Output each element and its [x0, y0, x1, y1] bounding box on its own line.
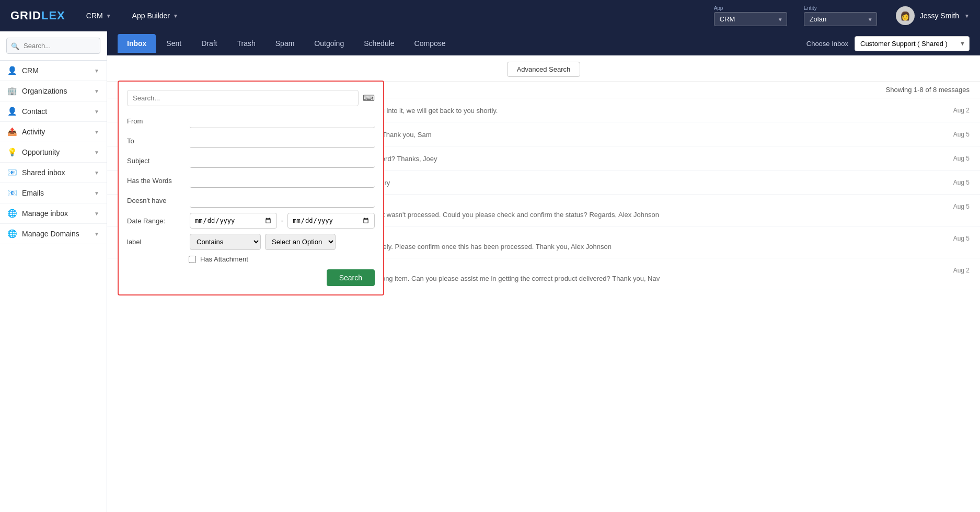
logo-text2: LEX — [41, 9, 65, 22]
crm-nav-chevron: ▼ — [106, 13, 111, 19]
search-panel-toggle[interactable]: ⌨ — [363, 93, 375, 103]
has-words-row: Has the Words — [127, 173, 375, 188]
date-separator: - — [281, 217, 284, 225]
user-name: Jessy Smith — [920, 12, 959, 20]
from-row: From — [127, 113, 375, 128]
to-input[interactable] — [190, 133, 375, 148]
app-select[interactable]: CRM — [714, 12, 787, 26]
search-panel-input[interactable] — [127, 90, 359, 106]
search-panel-top: ⌨ — [127, 90, 375, 106]
sidebar-label-manage-inbox: Manage inbox — [22, 209, 68, 218]
app-builder-label: App Builder — [132, 12, 170, 20]
sidebar-item-emails[interactable]: 📧 Emails ▼ — [0, 183, 107, 203]
tab-outgoing[interactable]: Outgoing — [305, 34, 353, 53]
sidebar-label-activity: Activity — [22, 128, 45, 136]
sidebar-label-opportunity: Opportunity — [22, 148, 60, 156]
sidebar-icon-contact: 👤 — [7, 107, 17, 116]
tab-sent[interactable]: Sent — [157, 34, 191, 53]
inbox-content: Advanced Search ⌨ From To Subject — [107, 55, 980, 512]
tabs-container: InboxSentDraftTrashSpamOutgoingScheduleC… — [118, 34, 455, 53]
label-row: label Contains Does not contain Select a… — [127, 234, 375, 250]
search-actions: Search — [127, 269, 375, 286]
sidebar-item-crm[interactable]: 👤 CRM ▼ — [0, 61, 107, 81]
logo-text1: GRID — [10, 9, 41, 22]
sidebar-chevron-shared-inbox: ▼ — [94, 170, 99, 176]
tab-bar: InboxSentDraftTrashSpamOutgoingScheduleC… — [107, 31, 980, 55]
sidebar-item-manage-domains[interactable]: 🌐 Manage Domains ▼ — [0, 224, 107, 244]
date-to-input[interactable] — [287, 213, 375, 229]
user-area[interactable]: 👩 Jessy Smith ▼ — [896, 6, 970, 25]
tab-spam[interactable]: Spam — [266, 34, 304, 53]
option-select[interactable]: Select an Option — [265, 234, 336, 250]
has-words-input[interactable] — [190, 173, 375, 188]
sidebar-item-opportunity[interactable]: 💡 Opportunity ▼ — [0, 142, 107, 163]
doesnt-have-row: Doesn't have — [127, 193, 375, 208]
sidebar-search-area: 🔍 — [0, 31, 107, 61]
doesnt-have-label: Doesn't have — [127, 197, 185, 204]
sidebar-item-shared-inbox[interactable]: 📧 Shared inbox ▼ — [0, 163, 107, 183]
sidebar-item-manage-inbox[interactable]: 🌐 Manage inbox ▼ — [0, 203, 107, 224]
sidebar-label-organizations: Organizations — [22, 87, 67, 95]
sidebar-search-icon: 🔍 — [11, 42, 19, 50]
app-select-label: App — [714, 5, 787, 11]
contains-select[interactable]: Contains Does not contain — [190, 234, 261, 250]
sidebar-item-organizations[interactable]: 🏢 Organizations ▼ — [0, 81, 107, 101]
date-from-input[interactable] — [190, 213, 277, 229]
sidebar-chevron-emails: ▼ — [94, 190, 99, 196]
message-date-2: Aug 5 — [953, 154, 970, 163]
has-attachment-checkbox[interactable] — [189, 256, 196, 263]
has-words-label: Has the Words — [127, 177, 185, 185]
to-label: To — [127, 137, 185, 145]
advanced-search-button[interactable]: Advanced Search — [507, 62, 581, 77]
message-date-1: Aug 5 — [953, 130, 970, 139]
subject-input[interactable] — [190, 153, 375, 168]
date-range-label: Date Range: — [127, 217, 185, 225]
message-date-4: Aug 5 — [953, 202, 970, 219]
sidebar-label-contact: Contact — [22, 107, 47, 116]
sidebar-chevron-contact: ▼ — [94, 109, 99, 115]
message-date-5: Aug 5 — [953, 234, 970, 251]
content-area: InboxSentDraftTrashSpamOutgoingScheduleC… — [107, 31, 980, 512]
sidebar-chevron-manage-inbox: ▼ — [94, 211, 99, 217]
app-builder-nav[interactable]: App Builder ▼ — [127, 8, 183, 23]
tab-compose[interactable]: Compose — [405, 34, 455, 53]
has-attachment-label: Has Attachment — [200, 255, 248, 263]
tab-schedule[interactable]: Schedule — [354, 34, 403, 53]
from-input[interactable] — [190, 113, 375, 128]
sidebar-icon-activity: 📤 — [7, 127, 17, 136]
sidebar-chevron-activity: ▼ — [94, 129, 99, 135]
message-date-6: Aug 2 — [953, 266, 970, 282]
sidebar-item-activity[interactable]: 📤 Activity ▼ — [0, 122, 107, 142]
sidebar-icon-emails: 📧 — [7, 188, 17, 198]
sidebar-item-contact[interactable]: 👤 Contact ▼ — [0, 101, 107, 122]
doesnt-have-input[interactable] — [190, 193, 375, 208]
sidebar-icon-shared-inbox: 📧 — [7, 168, 17, 177]
tab-inbox[interactable]: Inbox — [118, 34, 156, 53]
sidebar-label-emails: Emails — [22, 189, 44, 197]
sidebar-chevron-manage-domains: ▼ — [94, 231, 99, 237]
app-builder-chevron: ▼ — [173, 13, 178, 19]
entity-select[interactable]: Zolan — [804, 12, 877, 26]
sidebar-search-input[interactable] — [6, 38, 100, 54]
user-chevron: ▼ — [964, 13, 970, 19]
message-date-0: Aug 2 — [953, 106, 970, 115]
crm-nav-label: CRM — [86, 12, 103, 20]
sidebar-items: 👤 CRM ▼ 🏢 Organizations ▼ 👤 Contact ▼ 📤 … — [0, 61, 107, 244]
attachment-row: Has Attachment — [127, 255, 375, 263]
label-label: label — [127, 238, 185, 246]
messages-showing: Showing 1-8 of 8 messages — [886, 86, 970, 94]
subject-row: Subject — [127, 153, 375, 168]
advanced-search-bar: Advanced Search — [107, 55, 980, 82]
tab-draft[interactable]: Draft — [192, 34, 226, 53]
sidebar-icon-manage-domains: 🌐 — [7, 229, 17, 238]
choose-inbox-label: Choose Inbox — [806, 40, 848, 48]
crm-nav[interactable]: CRM ▼ — [81, 8, 117, 23]
search-submit-button[interactable]: Search — [327, 269, 375, 286]
inbox-select[interactable]: Customer Support ( Shared ) — [855, 36, 970, 51]
tab-trash[interactable]: Trash — [228, 34, 265, 53]
sidebar-chevron-organizations: ▼ — [94, 88, 99, 94]
message-date-3: Aug 5 — [953, 178, 970, 187]
logo: GRIDLEX — [10, 9, 65, 22]
subject-label: Subject — [127, 157, 185, 165]
sidebar-label-crm: CRM — [22, 66, 39, 75]
